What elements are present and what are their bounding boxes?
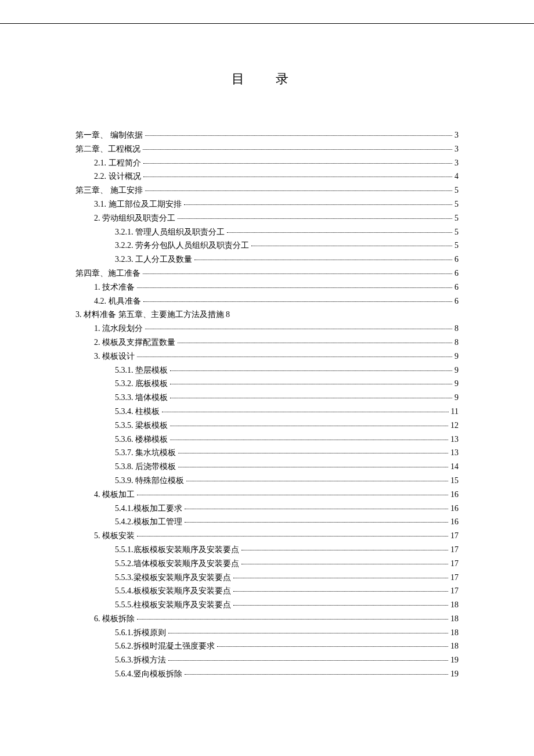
toc-entry-page: 18 (450, 639, 459, 653)
toc-entry-label: 4. 模板加工 (94, 488, 135, 502)
toc-entry-label: 3.2.3. 工人分工及数量 (115, 253, 192, 267)
toc-entry-page: 8 (454, 322, 459, 336)
toc-entry-page: 6 (454, 294, 459, 308)
toc-leader-dots (185, 522, 449, 523)
toc-entry-label: 1. 技术准备 (94, 280, 135, 294)
toc-entry-page: 3 (454, 128, 459, 142)
toc-entry-page: 18 (450, 598, 459, 612)
toc-entry: 2.2. 设计概况4 (75, 170, 459, 183)
toc-entry-label: 5.3.2. 底板模板 (115, 377, 168, 391)
toc-leader-dots (233, 605, 449, 606)
toc-entry-page: 3 (454, 142, 459, 156)
toc-entry-page: 15 (450, 474, 459, 488)
toc-leader-dots (143, 273, 452, 274)
toc-entry-page: 19 (450, 653, 459, 667)
toc-entry: 5.6.1.拆模原则18 (75, 626, 459, 640)
toc-leader-dots (178, 453, 448, 453)
toc-leader-dots (241, 550, 449, 550)
toc-entry: 5.4.1.模板加工要求16 (75, 502, 459, 516)
toc-entry: 3. 模板设计9 (75, 350, 459, 363)
toc-entry-page: 6 (454, 267, 459, 280)
toc-entry-page: 17 (450, 557, 459, 571)
toc-entry-page: 16 (450, 515, 459, 529)
toc-entry: 3.1. 施工部位及工期安排5 (75, 197, 459, 211)
toc-entry-page: 5 (454, 197, 459, 211)
toc-entry: 第四章、施工准备6 (75, 267, 459, 280)
toc-entry: 第一章、 编制依据3 (75, 128, 459, 142)
toc-entry-label: 2. 劳动组织及职责分工 (94, 211, 175, 225)
toc-entry-label: 3.2.2. 劳务分包队人员组织及职责分工 (115, 239, 249, 253)
toc-entry-page: 9 (454, 363, 459, 377)
toc-title: 目 录 (75, 70, 459, 88)
toc-entry-label: 5.6.4.竖向模板拆除 (115, 667, 182, 681)
toc-entry-label: 5.5.5.柱模板安装顺序及安装要点 (115, 598, 231, 612)
toc-entry-page: 18 (450, 626, 459, 640)
toc-entry-label: 5.5.2.墙体模板安装顺序及安装要点 (115, 557, 239, 571)
toc-leader-dots (184, 204, 453, 205)
toc-leader-dots (227, 232, 452, 233)
toc-leader-dots (170, 370, 452, 371)
toc-leader-dots (137, 536, 448, 537)
toc-entry-page: 3 (454, 156, 459, 170)
toc-entry-page: 5 (454, 225, 459, 239)
toc-entry: 5.3.9. 特殊部位模板15 (75, 474, 459, 488)
toc-leader-dots (143, 163, 453, 164)
toc-entry-label: 5.3.9. 特殊部位模板 (115, 474, 184, 488)
toc-entry-label: 5.6.1.拆模原则 (115, 626, 166, 640)
toc-entry: 3.2.2. 劳务分包队人员组织及职责分工5 (75, 239, 459, 253)
toc-entry-label: 5.3.7. 集水坑模板 (115, 446, 176, 460)
toc-entry: 5.6.2.拆模时混凝土强度要求18 (75, 639, 459, 653)
toc-entry: 2. 劳动组织及职责分工5 (75, 211, 459, 225)
toc-entry-label: 第二章、工程概况 (75, 142, 140, 156)
table-of-contents: 第一章、 编制依据3第二章、工程概况32.1. 工程简介32.2. 设计概况4第… (75, 128, 459, 681)
toc-entry: 5.4.2.模板加工管理16 (75, 515, 459, 529)
toc-entry-page: 9 (454, 350, 459, 363)
toc-entry-page: 17 (450, 543, 459, 557)
toc-entry: 5. 模板安装17 (75, 529, 459, 543)
toc-leader-dots (233, 578, 449, 578)
toc-entry-page: 8 (454, 336, 459, 350)
toc-entry-label: 5.3.3. 墙体模板 (115, 391, 168, 405)
toc-entry-label: 5. 模板安装 (94, 529, 135, 543)
toc-entry-label: 第四章、施工准备 (75, 267, 140, 280)
toc-entry-page: 12 (450, 419, 459, 433)
toc-entry: 1. 流水段划分8 (75, 322, 459, 336)
toc-leader-dots (170, 384, 452, 384)
toc-entry-label: 5.3.4. 柱模板 (115, 405, 160, 419)
toc-entry: 4. 模板加工16 (75, 488, 459, 502)
toc-entry-label: 2.2. 设计概况 (94, 170, 141, 183)
toc-entry-label: 5.5.3.梁模板安装顺序及安装要点 (115, 571, 231, 585)
toc-entry-page: 9 (454, 377, 459, 391)
toc-entry: 第三章、 施工安排5 (75, 183, 459, 197)
toc-entry: 6. 模板拆除18 (75, 612, 459, 626)
toc-entry: 5.3.7. 集水坑模板13 (75, 446, 459, 460)
toc-entry-page: 16 (450, 502, 459, 516)
toc-entry: 5.3.1. 垫层模板9 (75, 363, 459, 377)
toc-entry-label: 5.3.6. 楼梯模板 (115, 433, 168, 447)
toc-entry-page: 6 (454, 280, 459, 294)
toc-entry-page: 19 (450, 667, 459, 681)
toc-entry-label: 5.4.1.模板加工要求 (115, 502, 182, 516)
toc-leader-dots (251, 246, 452, 246)
toc-leader-dots (143, 149, 452, 150)
toc-entry: 5.3.5. 梁板模板12 (75, 419, 459, 433)
toc-entry: 1. 技术准备6 (75, 280, 459, 294)
toc-entry: 5.3.8. 后浇带模板14 (75, 460, 459, 474)
toc-entry: 5.3.4. 柱模板11 (75, 405, 459, 419)
toc-entry-label: 3.2.1. 管理人员组织及职责分工 (115, 225, 225, 239)
toc-leader-dots (194, 260, 452, 260)
toc-entry-label: 2. 模板及支撑配置数量 (94, 336, 175, 350)
toc-entry: 第二章、工程概况3 (75, 142, 459, 156)
toc-entry: 5.5.2.墙体模板安装顺序及安装要点17 (75, 557, 459, 571)
toc-entry: 2. 模板及支撑配置数量8 (75, 336, 459, 350)
toc-entry: 5.6.3.拆模方法19 (75, 653, 459, 667)
toc-leader-dots (170, 440, 448, 440)
toc-leader-dots (137, 357, 452, 357)
toc-entry-page: 17 (450, 584, 459, 598)
toc-entry: 3. 材料准备 第五章、主要施工方法及措施 8 (75, 308, 459, 322)
toc-entry: 3.2.3. 工人分工及数量6 (75, 253, 459, 267)
toc-leader-dots (178, 467, 448, 467)
toc-leader-dots (137, 619, 448, 620)
toc-entry-label: 4.2. 机具准备 (94, 294, 141, 308)
toc-leader-dots (178, 343, 452, 343)
